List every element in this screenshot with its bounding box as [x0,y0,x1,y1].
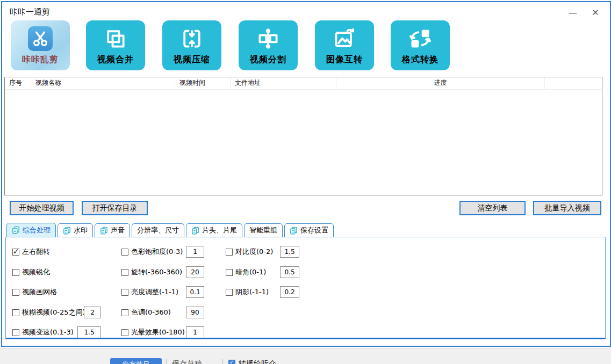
tab-label: 声音 [111,225,125,235]
strip-separator: | [165,358,168,364]
column-header-4[interactable]: 文件地址 [231,77,336,89]
desktop: { "window": { "title": "咔咔一通剪", "minimiz… [0,0,611,364]
tab-label: 水印 [74,225,88,235]
close-button[interactable]: ✕ [588,6,602,18]
option-row: 旋转(-360-360) [121,266,182,278]
tool-button-label: 视频压缩 [162,54,221,65]
window-title: 咔咔一通剪 [10,7,50,17]
clear-list-button[interactable]: 清空列表 [459,201,526,215]
tool-button-label: 视频合并 [86,54,145,65]
relay-checkbox[interactable] [228,360,235,364]
option-label: 视频画网格 [22,287,57,297]
option-row: 视频变速(0.1-3) [12,326,74,338]
option-label: 亮度调整(-1-1) [131,287,178,297]
tool-button-label: 图像互转 [315,54,374,65]
value-input-col3-1[interactable]: 1.5 [280,246,299,258]
checkbox-col1-1[interactable] [12,249,19,256]
option-row: 视频画网格 [12,286,57,298]
value-input-col2-4[interactable]: 90 [186,307,204,318]
value-input-col2-5[interactable]: 1 [186,326,204,338]
tab-1[interactable]: 综合处理 [6,223,56,237]
option-row: 色彩饱和度(0-3) [121,246,183,258]
checkbox-col2-5[interactable] [121,329,128,336]
option-label: 模糊视频(0-25之间) [22,308,85,317]
value-input-col2-2[interactable]: 20 [186,266,204,278]
tab-label: 保存设置 [300,225,328,235]
option-row: 模糊视频(0-25之间) [12,307,85,318]
column-header-1[interactable]: 序号 [5,77,31,89]
settings-panel: 左右翻转视频锐化视频画网格模糊视频(0-25之间)2视频变速(0.1-3)1.5… [5,237,606,339]
minimize-button[interactable]: — [566,6,580,18]
option-row: 光晕效果(0-180) [121,326,185,338]
tab-7[interactable]: 保存设置 [284,223,334,237]
document-copy-icon [12,226,20,234]
checkbox-col1-2[interactable] [12,269,19,276]
column-header-6[interactable] [545,77,602,89]
tab-6[interactable]: 智能重组 [244,223,283,237]
scissors-icon [28,26,53,51]
tab-5[interactable]: 片头、片尾 [186,223,242,237]
compress-brackets-icon [180,27,204,50]
app-window: 咔咔一通剪 — ✕ 咔咔乱剪视频合并视频压缩视频分割图像互转格式转换 序号视频名… [1,1,611,347]
start-processing-button[interactable]: 开始处理视频 [10,201,74,215]
option-row: 暗角(0-1) [226,266,266,278]
checkbox-col3-2[interactable] [226,269,233,276]
option-label: 光晕效果(0-180) [131,327,185,337]
option-label: 视频变速(0.1-3) [22,327,74,337]
option-label: 暗角(0-1) [235,267,266,277]
column-header-2[interactable]: 视频名称 [31,77,175,89]
tool-button-label: 咔咔乱剪 [11,54,70,65]
tool-button-1[interactable]: 咔咔乱剪 [11,20,70,70]
option-label: 色彩饱和度(0-3) [131,247,183,257]
tool-button-6[interactable]: 格式转换 [391,20,450,70]
option-label: 色调(0-360) [131,308,171,317]
checkbox-col3-3[interactable] [226,289,233,296]
option-row: 视频锐化 [12,266,50,278]
batch-import-button[interactable]: 批量导入视频 [533,201,601,215]
column-header-3[interactable]: 视频时间 [175,77,231,89]
video-file-table[interactable]: 序号视频名称视频时间文件地址进度 [4,77,602,195]
tab-3[interactable]: 声音 [95,223,130,237]
checkbox-col1-3[interactable] [12,289,19,296]
tab-label: 智能重组 [249,225,277,235]
tool-button-2[interactable]: 视频合并 [86,20,145,70]
value-input-col1-4[interactable]: 2 [84,307,101,318]
value-input-col2-3[interactable]: 0.1 [186,286,204,298]
checkbox-col2-1[interactable] [121,249,128,256]
merge-squares-icon [104,27,127,50]
tab-label: 片头、片尾 [202,225,237,235]
tab-4[interactable]: 分辨率、尺寸 [132,223,184,237]
option-row: 阴影(-1-1) [226,286,269,298]
document-copy-icon [191,227,199,235]
image-swap-icon [333,27,356,50]
checkbox-col2-4[interactable] [121,309,128,316]
checkbox-col1-4[interactable] [12,309,19,316]
option-row: 对比度(0-2) [226,246,273,258]
relay-to-listeners-label[interactable]: 转播给听众 [239,359,276,364]
tab-label: 分辨率、尺寸 [137,225,179,235]
tool-button-label: 视频分割 [239,54,298,65]
document-copy-icon [63,227,71,235]
publish-button[interactable]: 发布节目 [110,358,162,364]
save-draft-button[interactable]: 保存草稿 [172,359,202,364]
open-save-dir-button[interactable]: 打开保存目录 [82,201,148,215]
checkbox-col2-2[interactable] [121,269,128,276]
settings-tab-bar: 综合处理水印声音分辨率、尺寸片头、片尾智能重组保存设置 [6,223,335,237]
option-row: 色调(0-360) [121,307,171,318]
checkbox-col2-3[interactable] [121,289,128,296]
value-input-col3-3[interactable]: 0.2 [280,286,299,298]
value-input-col3-2[interactable]: 0.5 [280,266,299,278]
tool-button-4[interactable]: 视频分割 [239,20,298,70]
tool-button-3[interactable]: 视频压缩 [162,20,221,70]
value-input-col1-5[interactable]: 1.5 [77,326,101,338]
checkbox-col3-1[interactable] [226,249,233,256]
tool-button-5[interactable]: 图像互转 [315,20,374,70]
column-header-5[interactable]: 进度 [336,77,545,89]
checkbox-col1-5[interactable] [12,329,19,336]
tab-2[interactable]: 水印 [57,223,93,237]
option-label: 旋转(-360-360) [131,267,182,277]
value-input-col2-1[interactable]: 1 [186,246,204,258]
document-copy-icon [290,227,298,235]
option-label: 左右翻转 [22,247,50,257]
option-label: 对比度(0-2) [235,247,273,257]
